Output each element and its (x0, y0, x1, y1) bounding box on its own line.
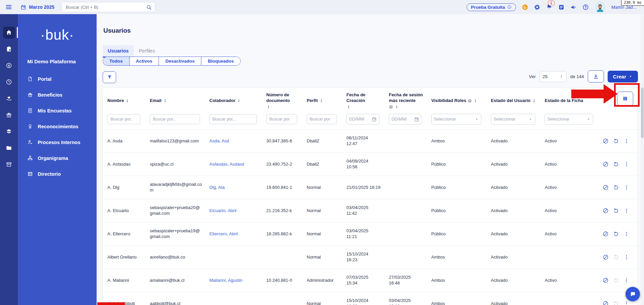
filter-select-estado_usuario[interactable]: Seleccionar (491, 114, 535, 125)
column-header-documento[interactable]: Número de documento (262, 88, 302, 112)
trial-badge[interactable]: Prueba Gratuita (467, 3, 516, 11)
block-icon[interactable] (603, 184, 609, 191)
reset-icon[interactable] (613, 184, 619, 191)
column-header-email[interactable]: Email (145, 88, 205, 112)
column-header-visibilidad[interactable]: Visibilidad Roles? (427, 88, 486, 112)
colaborador-link[interactable]: Eltercero, Abril (209, 231, 238, 236)
filter-select-visibilidad[interactable]: Seleccionar (431, 114, 481, 125)
help-icon[interactable]: ? (468, 99, 472, 103)
settings-icon[interactable] (534, 4, 540, 10)
global-search[interactable] (62, 2, 155, 12)
chat-fab-button[interactable] (625, 287, 640, 301)
reset-icon[interactable] (613, 161, 619, 167)
block-icon[interactable] (603, 138, 609, 144)
search-icon[interactable] (146, 4, 152, 10)
crear-button[interactable]: Crear (608, 71, 638, 82)
scrollbar[interactable] (641, 14, 644, 305)
column-header-nombre[interactable]: Nombre (103, 88, 145, 112)
column-header-colaborador[interactable]: Colaborador (205, 88, 262, 112)
page-size-select[interactable]: 25 (540, 71, 567, 82)
filter-date-fecha_creacion[interactable]: DD/MM/ (346, 114, 379, 125)
kebab-icon[interactable] (623, 231, 630, 237)
sort-icon[interactable] (163, 99, 167, 103)
download-button[interactable] (588, 70, 604, 82)
help-icon[interactable] (582, 4, 589, 10)
colaborador-link[interactable]: Asda, Asd (209, 138, 229, 143)
sort-icon[interactable] (319, 99, 324, 103)
reset-icon[interactable] (613, 231, 619, 237)
status-filter-todos[interactable]: Todos (103, 57, 129, 65)
kebab-icon[interactable] (623, 208, 630, 214)
colaborador-link[interactable]: Malianni, Agustin (209, 278, 242, 283)
colaborador-link[interactable]: Dlg, Ata (209, 185, 225, 190)
kebab-icon[interactable] (623, 161, 630, 167)
column-header-estado_usuario[interactable]: Estado del Usuario (486, 88, 540, 112)
kebab-icon[interactable] (623, 138, 630, 144)
filter-input-documento[interactable] (266, 114, 297, 124)
sidebar-item-beneficios[interactable]: Beneficios (18, 87, 97, 103)
rail-item-payments[interactable]: $ (0, 57, 18, 74)
colaborador-link[interactable]: Asfasdas, Asdasd (209, 162, 244, 167)
reset-icon[interactable] (613, 138, 619, 144)
sidebar-item-portal[interactable]: Portal (18, 71, 97, 87)
status-filter-desactivados[interactable]: Desactivados (159, 57, 201, 65)
column-header-perfil[interactable]: Perfil (302, 88, 342, 112)
changelog-icon[interactable] (558, 4, 565, 10)
rail-item-education[interactable] (0, 123, 18, 140)
reset-icon[interactable] (613, 254, 619, 260)
column-header-fecha_creacion[interactable]: Fecha de Creación (342, 88, 384, 112)
sidebar-item-organigrama[interactable]: Organigrama (18, 150, 97, 166)
reset-icon[interactable] (613, 208, 619, 214)
announcements-icon[interactable] (570, 4, 577, 10)
kebab-icon[interactable] (623, 184, 630, 191)
sidebar-item-procesos-internos[interactable]: Procesos Internos (18, 134, 97, 150)
kebab-icon[interactable] (623, 277, 630, 283)
block-icon[interactable] (603, 208, 609, 214)
colaborador-link[interactable]: Elcuarto, Abril (209, 208, 236, 213)
block-icon[interactable] (603, 301, 609, 305)
sort-icon[interactable] (395, 105, 399, 109)
sort-icon[interactable] (532, 99, 536, 103)
rail-item-gift[interactable] (0, 107, 18, 123)
notifications-button[interactable]: 1 (546, 3, 552, 11)
tab-perfiles[interactable]: Perfiles (134, 45, 160, 58)
search-input[interactable] (65, 4, 146, 10)
tab-usuarios[interactable]: Usuarios (103, 45, 134, 58)
kebab-icon[interactable] (623, 254, 630, 260)
status-filter-activos[interactable]: Activos (129, 57, 159, 65)
rail-item-folder[interactable] (0, 140, 18, 156)
sidebar-item-directorio[interactable]: Directorio (18, 166, 97, 182)
sidebar-item-mis-encuestas[interactable]: Mis Encuestas (18, 103, 97, 118)
sort-icon[interactable] (346, 105, 351, 109)
sort-icon[interactable] (266, 105, 271, 109)
filter-select-estado_ficha[interactable]: Seleccionar (545, 114, 593, 125)
filter-input-email[interactable] (150, 114, 200, 124)
help-icon[interactable]: ? (389, 105, 393, 109)
reset-icon[interactable] (613, 301, 619, 305)
sort-icon[interactable] (125, 99, 130, 103)
block-icon[interactable] (603, 231, 609, 237)
kebab-icon[interactable] (623, 301, 630, 305)
rail-item-home[interactable] (0, 24, 18, 41)
filter-date-fecha_sesion[interactable]: DD/MM/ (389, 114, 422, 125)
sort-icon[interactable] (237, 99, 241, 103)
rail-item-hand-heart[interactable] (0, 90, 18, 107)
filter-button[interactable] (103, 71, 116, 83)
rail-item-archive[interactable] (0, 156, 18, 173)
status-filter-bloqueados[interactable]: Bloqueados (201, 57, 240, 65)
rail-item-time[interactable] (0, 74, 18, 90)
sidebar-item-reconocimientos[interactable]: Reconocimientos (18, 118, 97, 134)
column-header-fecha_sesion[interactable]: Fecha de sesión más reciente? (384, 88, 427, 112)
filter-input-colaborador[interactable] (209, 114, 257, 124)
scrollbar-thumb[interactable] (641, 88, 644, 138)
menu-icon[interactable] (5, 3, 12, 11)
sort-icon[interactable] (473, 99, 478, 103)
block-icon[interactable] (603, 277, 609, 283)
reset-icon[interactable] (613, 277, 619, 283)
period-selector[interactable]: Marzo 2025 (21, 4, 54, 10)
block-icon[interactable] (603, 254, 609, 260)
filter-input-perfil[interactable] (307, 114, 337, 124)
avatar[interactable] (595, 2, 606, 13)
rewards-icon[interactable] (522, 4, 528, 10)
filter-input-nombre[interactable] (107, 114, 140, 124)
